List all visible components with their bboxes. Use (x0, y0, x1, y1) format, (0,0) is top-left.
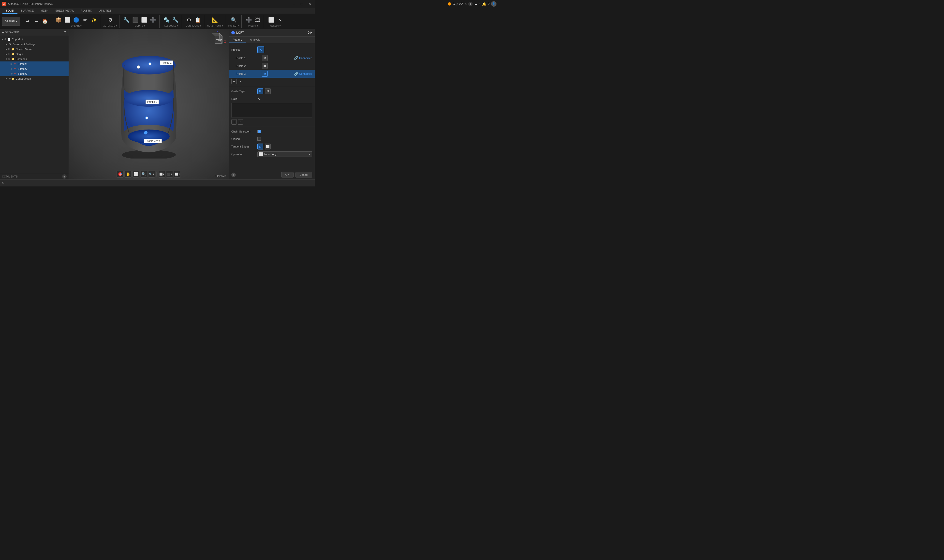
guide-type-label: Guide Type (231, 90, 256, 93)
select-btn1[interactable]: ⬜ (267, 16, 275, 24)
loft-footer: i OK Cancel (229, 170, 315, 180)
loft-profile2-row[interactable]: Profile 2 ⇄ (229, 62, 315, 70)
canvas-zoom-btn[interactable]: 🔍 (140, 171, 147, 177)
operation-select[interactable]: ⬜ New Body ▾ (257, 151, 312, 157)
modify-btn3[interactable]: ⬜ (140, 16, 149, 24)
eye-sketch1[interactable]: 👁 (10, 62, 12, 65)
create-extrude-btn[interactable]: 📦 (54, 16, 63, 24)
eye-named-views[interactable]: 👁 (8, 48, 11, 51)
create-box-btn[interactable]: ⬜ (63, 16, 72, 24)
guide-type-btn1[interactable]: ⊞ (257, 88, 263, 94)
viewcube[interactable]: Z X FRONT (209, 31, 227, 48)
tree-arrow-doc-settings: ▶ (5, 43, 8, 46)
eye-sketches[interactable]: 👁 (8, 57, 11, 60)
comments-add-btn[interactable]: + (62, 174, 67, 179)
profile2-label[interactable]: Profile 2 (146, 100, 159, 104)
design-chevron: ▾ (16, 20, 17, 23)
loft-cancel-btn[interactable]: Cancel (295, 172, 312, 177)
cup-settings-icon[interactable]: ⚙ (22, 38, 24, 41)
insert-btn1[interactable]: ➕ (244, 16, 253, 24)
tree-item-sketches[interactable]: ▼ 👁 📁 Sketches (0, 57, 69, 62)
tree-item-named-views[interactable]: ▶ 👁 📁 Named Views (0, 47, 69, 52)
profiles-add-btn[interactable]: + (231, 78, 237, 84)
app-logo: A (2, 2, 6, 6)
design-dropdown-btn[interactable]: DESIGN ▾ (2, 17, 20, 26)
eye-origin[interactable]: 👁 (8, 52, 11, 55)
undo-btn[interactable]: ↩ (23, 17, 31, 26)
create-special-btn[interactable]: ✨ (90, 16, 98, 24)
tree-item-doc-settings[interactable]: ▶ ⚙ Document Settings (0, 42, 69, 47)
sidebar-collapse-icon[interactable]: ◀ (2, 31, 4, 34)
construct-btn1[interactable]: 📐 (211, 16, 219, 24)
tab-mesh[interactable]: MESH (37, 8, 52, 14)
configure-btn2[interactable]: 📋 (194, 16, 202, 24)
canvas-pan-btn[interactable]: ✋ (125, 171, 132, 177)
canvas[interactable]: Profile 1 Profile 2 Profile 3 ▾ ▾ Z X FR… (69, 29, 229, 180)
loft-profile3-row[interactable]: Profile 3 ⇄ 🔗 Connected (229, 70, 315, 78)
tree-item-origin[interactable]: ▶ 👁 📁 Origin (0, 52, 69, 57)
tree-item-cup[interactable]: ▼ 👁 📄 Cup v9 ⚙ (0, 37, 69, 42)
tree-item-sketch1[interactable]: 👁 ✏ Sketch1 (0, 62, 69, 66)
maximize-btn[interactable]: □ (300, 2, 304, 6)
eye-sketch2[interactable]: 👁 (10, 67, 12, 70)
loft-info-btn[interactable]: i (231, 172, 236, 177)
chain-selection-checkbox[interactable] (257, 130, 261, 133)
minimize-btn[interactable]: ─ (292, 2, 297, 6)
tab-utilities[interactable]: UTILITIES (95, 8, 115, 14)
tab-plastic[interactable]: PLASTIC (77, 8, 95, 14)
rails-remove-btn[interactable]: × (238, 119, 243, 125)
profile3-label[interactable]: Profile 3 ▾ ▾ (144, 138, 162, 143)
profiles-remove-btn[interactable]: × (238, 78, 243, 84)
closed-checkbox[interactable] (257, 137, 261, 141)
automate-btn1[interactable]: ⚙ (106, 16, 115, 24)
modify-btn4[interactable]: ➕ (149, 16, 157, 24)
profile3-dropdown-icon[interactable]: ▾ (158, 139, 160, 143)
modify-btn2[interactable]: ⬛ (131, 16, 140, 24)
tab-surface[interactable]: SURFACE (17, 8, 37, 14)
guide-type-btn2[interactable]: ⊟ (265, 88, 271, 94)
loft-profile1-row[interactable]: Profile 1 ⇄ 🔗 Connected (229, 54, 315, 62)
tab-solid[interactable]: SOLID (3, 8, 17, 14)
close-btn[interactable]: ✕ (307, 2, 313, 6)
tree-item-sketch2[interactable]: 👁 ✏ Sketch2 (0, 66, 69, 71)
tree-item-sketch3[interactable]: 👁 ✏ Sketch3 (0, 71, 69, 76)
create-sketch-btn[interactable]: ✏ (81, 16, 89, 24)
tangent-edges-btn2[interactable]: ⬜ (265, 143, 271, 149)
canvas-display-btn1[interactable]: ⬜▾ (158, 171, 165, 177)
profile1-label[interactable]: Profile 1 (160, 60, 173, 65)
eye-sketch3[interactable]: 👁 (10, 72, 12, 75)
profile2-icon-btn[interactable]: ⇄ (262, 63, 268, 69)
closed-label: Closed (231, 137, 256, 140)
home-btn[interactable]: 🏠 (41, 17, 49, 26)
profile1-icon-btn[interactable]: ⇄ (262, 55, 268, 61)
inspect-btn1[interactable]: 🔍 (230, 16, 238, 24)
assemble-btn1[interactable]: 🔩 (163, 16, 171, 24)
canvas-display-btn3[interactable]: ⬜▾ (174, 171, 181, 177)
configure-btn1[interactable]: ⚙ (185, 16, 193, 24)
tab-sheet-metal[interactable]: SHEET METAL (52, 8, 77, 14)
profile-selector-btn[interactable]: ↖ (257, 46, 264, 53)
insert-btn2[interactable]: 🖼 (254, 16, 262, 24)
tangent-edges-btn1[interactable]: ◻ (257, 143, 263, 149)
modify-btn1[interactable]: 🔧 (122, 16, 131, 24)
loft-ok-btn[interactable]: OK (281, 172, 294, 177)
eye-construction[interactable]: 👁 (8, 77, 11, 80)
loft-tab-analysis[interactable]: Analysis (246, 37, 264, 43)
profile3-icon-btn[interactable]: ⇄ (262, 71, 268, 77)
canvas-zoom-extents-btn[interactable]: ⬜ (132, 171, 139, 177)
tree-item-construction[interactable]: ▶ 👁 📁 Construction (0, 76, 69, 81)
bottom-bar-left: ⚙ (2, 181, 5, 185)
rails-add-btn[interactable]: + (231, 119, 237, 125)
canvas-display-btn2[interactable]: ⬛▾ (166, 171, 173, 177)
loft-tab-feature[interactable]: Feature (229, 37, 246, 43)
redo-btn[interactable]: ↪ (32, 17, 40, 26)
sidebar-settings-icon[interactable]: ⚙ (63, 30, 67, 34)
canvas-orbit-btn[interactable]: 🎯 (117, 171, 124, 177)
canvas-zoom-dropdown-btn[interactable]: 🔍 ▾ (148, 171, 155, 177)
app-name: Autodesk Fusion (Education License) (8, 3, 52, 5)
create-cylinder-btn[interactable]: 🔵 (72, 16, 80, 24)
assemble-btn2[interactable]: 🔧 (171, 16, 180, 24)
eye-cup[interactable]: 👁 (4, 38, 7, 41)
loft-expand-btn[interactable]: ≫ (308, 30, 312, 35)
select-cursor-btn[interactable]: ↖ (276, 16, 284, 24)
